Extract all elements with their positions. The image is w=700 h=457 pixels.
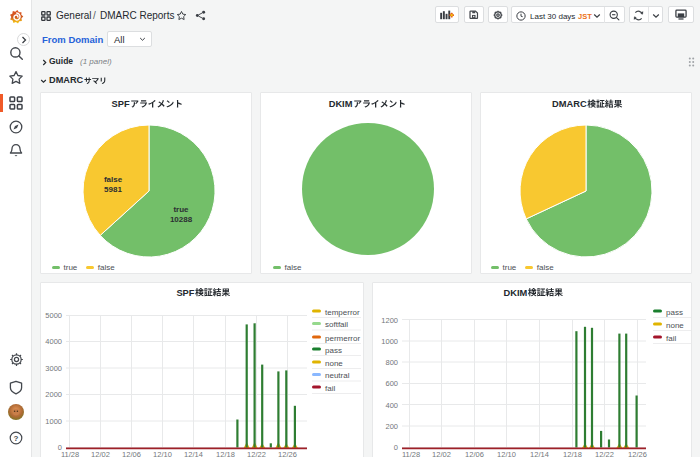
svg-text:pass: pass — [325, 346, 342, 355]
svg-text:true: true — [173, 205, 189, 214]
svg-text:12/10: 12/10 — [153, 450, 172, 457]
svg-text:200: 200 — [385, 422, 398, 431]
svg-text:false: false — [104, 175, 123, 184]
svg-text:11/28: 11/28 — [61, 450, 79, 457]
svg-text:1000: 1000 — [381, 337, 398, 346]
svg-text:11/28: 11/28 — [402, 450, 420, 457]
svg-text:softfail: softfail — [325, 320, 348, 329]
svg-text:12/22: 12/22 — [247, 450, 266, 457]
svg-text:permerror: permerror — [325, 334, 360, 343]
svg-text:10288: 10288 — [170, 215, 193, 224]
svg-text:12/02: 12/02 — [432, 450, 451, 457]
svg-text:12/18: 12/18 — [216, 450, 235, 457]
svg-text:?: ? — [14, 434, 19, 443]
svg-text:5000: 5000 — [45, 311, 62, 320]
svg-text:pass: pass — [666, 308, 683, 317]
svg-text:12/06: 12/06 — [465, 450, 484, 457]
svg-text:12/14: 12/14 — [530, 450, 549, 457]
svg-text:600: 600 — [385, 379, 398, 388]
svg-text:neutral: neutral — [325, 371, 350, 380]
svg-text:12/14: 12/14 — [184, 450, 203, 457]
svg-text:0: 0 — [394, 443, 398, 452]
svg-text:400: 400 — [385, 401, 398, 410]
svg-text:1200: 1200 — [381, 316, 398, 325]
svg-text:none: none — [666, 321, 684, 330]
svg-text:temperror: temperror — [325, 308, 360, 317]
svg-text:fail: fail — [325, 384, 335, 393]
svg-text:2000: 2000 — [45, 390, 62, 399]
svg-text:12/02: 12/02 — [91, 450, 110, 457]
svg-text:800: 800 — [385, 358, 398, 367]
svg-text:12/26: 12/26 — [628, 450, 647, 457]
svg-text:3000: 3000 — [45, 364, 62, 373]
svg-text:12/10: 12/10 — [497, 450, 516, 457]
svg-text:1000: 1000 — [45, 417, 62, 426]
svg-text:fail: fail — [666, 334, 676, 343]
svg-text:12/18: 12/18 — [563, 450, 582, 457]
svg-text:12/22: 12/22 — [595, 450, 614, 457]
svg-text:4000: 4000 — [45, 337, 62, 346]
svg-text:12/06: 12/06 — [122, 450, 141, 457]
svg-text:12/26: 12/26 — [278, 450, 297, 457]
svg-text:none: none — [325, 359, 343, 368]
svg-text:5981: 5981 — [104, 185, 122, 194]
